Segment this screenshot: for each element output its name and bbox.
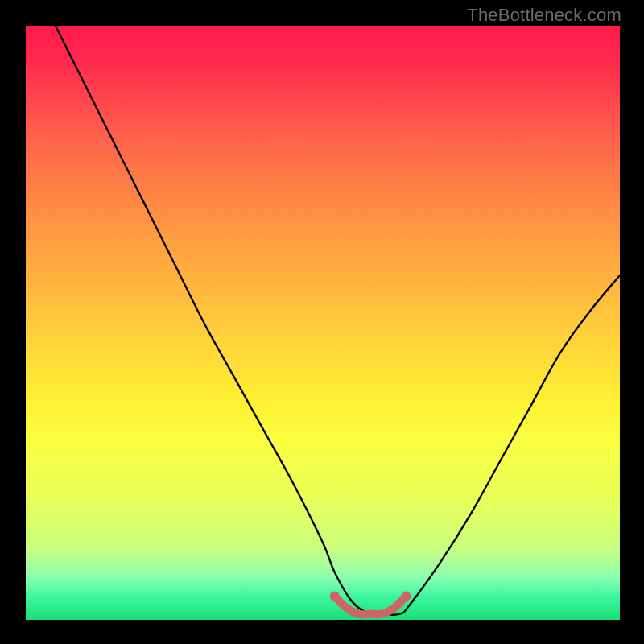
optimal-zone: [330, 591, 411, 614]
svg-point-0: [330, 591, 340, 601]
bottleneck-curve: [56, 26, 620, 615]
watermark-text: TheBottleneck.com: [467, 5, 621, 26]
chart-svg: [26, 26, 620, 620]
chart-canvas: TheBottleneck.com: [0, 0, 644, 644]
plot-area: [26, 26, 620, 620]
svg-point-1: [401, 591, 411, 601]
